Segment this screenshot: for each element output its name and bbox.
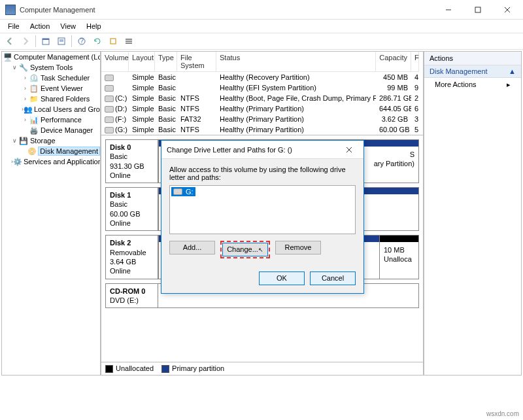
svg-text:?: ?: [80, 37, 84, 44]
col-free[interactable]: F: [411, 52, 419, 72]
tree-system-tools[interactable]: ∨🔧System Tools: [2, 62, 100, 73]
change-button-highlight: Change...↖: [220, 241, 270, 258]
remove-button[interactable]: Remove: [275, 241, 321, 254]
change-drive-letter-dialog: Change Drive Letter and Paths for G: () …: [161, 140, 364, 294]
watermark: wsxdn.com: [486, 410, 519, 417]
svg-rect-11: [110, 39, 116, 44]
volume-row[interactable]: (F:)SimpleBasicFAT32Healthy (Primary Par…: [101, 114, 423, 124]
tree-storage[interactable]: ∨💾Storage: [2, 135, 100, 146]
menubar: File Action View Help: [0, 20, 523, 33]
volume-row[interactable]: (G:)SimpleBasicNTFSHealthy (Primary Part…: [101, 124, 423, 135]
navigation-tree[interactable]: 🖥️Computer Management (Local ∨🔧System To…: [1, 51, 101, 376]
cdrom-0-label: CD-ROM 0 DVD (E:): [106, 284, 158, 308]
chevron-right-icon: ▸: [507, 80, 511, 89]
drive-letter-list[interactable]: G:: [169, 185, 356, 234]
close-button[interactable]: [492, 1, 522, 19]
legend: Unallocated Primary partition: [101, 362, 423, 375]
volume-row[interactable]: SimpleBasicHealthy (Recovery Partition)4…: [101, 72, 423, 82]
volume-table-header: Volume Layout Type File System Status Ca…: [101, 52, 423, 72]
add-button[interactable]: Add...: [169, 241, 215, 254]
up-button[interactable]: [39, 34, 53, 48]
legend-primary-swatch: [161, 365, 169, 373]
forward-button[interactable]: [18, 34, 33, 48]
col-filesystem[interactable]: File System: [177, 52, 216, 72]
svg-rect-12: [126, 39, 132, 40]
col-capacity[interactable]: Capacity: [376, 52, 411, 72]
minimize-button[interactable]: [433, 1, 463, 19]
cursor-icon: ↖: [258, 247, 263, 253]
maximize-button[interactable]: [463, 1, 492, 19]
actions-pane: Actions Disk Management ▲ More Actions▸: [424, 51, 522, 376]
disk-icon: [173, 188, 182, 195]
cancel-button[interactable]: Cancel: [310, 271, 356, 285]
ok-button[interactable]: OK: [259, 271, 305, 285]
col-status[interactable]: Status: [216, 52, 376, 72]
svg-rect-14: [126, 43, 132, 44]
more-actions[interactable]: More Actions▸: [424, 78, 521, 92]
window-titlebar: Computer Management: [0, 0, 523, 20]
tree-services[interactable]: ›⚙️Services and Applications: [2, 156, 100, 167]
menu-action[interactable]: Action: [25, 21, 56, 31]
app-icon: [5, 5, 16, 15]
volume-row[interactable]: SimpleBasicHealthy (EFI System Partition…: [101, 82, 423, 93]
disk-0-label: Disk 0 Basic 931.30 GB Online: [106, 140, 158, 183]
volume-table[interactable]: Volume Layout Type File System Status Ca…: [101, 52, 423, 135]
settings-button[interactable]: [106, 34, 120, 48]
help-button[interactable]: ?: [75, 34, 89, 48]
col-type[interactable]: Type: [155, 52, 177, 72]
properties-button[interactable]: [54, 34, 69, 48]
col-layout[interactable]: Layout: [129, 52, 155, 72]
refresh-button[interactable]: [90, 34, 105, 48]
toolbar: ?: [0, 33, 523, 50]
svg-rect-5: [42, 39, 49, 40]
tree-shared-folders[interactable]: ›📁Shared Folders: [2, 94, 100, 104]
tree-event-viewer[interactable]: ›📋Event Viewer: [2, 83, 100, 94]
menu-file[interactable]: File: [3, 21, 25, 31]
tree-root[interactable]: 🖥️Computer Management (Local: [2, 52, 100, 62]
actions-header: Actions: [424, 52, 521, 65]
dialog-message: Allow access to this volume by using the…: [169, 166, 356, 181]
tree-performance[interactable]: ›📊Performance: [2, 114, 100, 125]
legend-unallocated-swatch: [105, 365, 113, 373]
menu-help[interactable]: Help: [81, 21, 107, 31]
drive-letter-entry[interactable]: G:: [171, 187, 195, 196]
disk-2-unallocated[interactable]: 10 MBUnalloca: [379, 236, 418, 278]
col-volume[interactable]: Volume: [101, 52, 129, 72]
collapse-icon: ▲: [509, 67, 516, 75]
tree-disk-management[interactable]: 📀Disk Management: [2, 146, 100, 156]
menu-view[interactable]: View: [55, 21, 81, 31]
tree-device-manager[interactable]: 🖨️Device Manager: [2, 125, 100, 135]
list-button[interactable]: [122, 34, 136, 48]
svg-rect-1: [475, 7, 481, 12]
dialog-title: Change Drive Letter and Paths for G: (): [167, 146, 340, 154]
change-button[interactable]: Change...↖: [222, 243, 268, 256]
volume-row[interactable]: (D:)SimpleBasicNTFSHealthy (Primary Part…: [101, 103, 423, 114]
dialog-close-button[interactable]: [340, 143, 358, 156]
window-title: Computer Management: [20, 6, 433, 14]
volume-row[interactable]: (C:)SimpleBasicNTFSHealthy (Boot, Page F…: [101, 93, 423, 103]
back-button[interactable]: [3, 34, 17, 48]
disk-1-label: Disk 1 Basic 60.00 GB Online: [106, 188, 158, 230]
disk-2-label: Disk 2 Removable 3.64 GB Online: [106, 236, 158, 278]
tree-task-scheduler[interactable]: ›⏲️Task Scheduler: [2, 73, 100, 83]
svg-rect-13: [126, 41, 132, 42]
tree-local-users[interactable]: ›👥Local Users and Groups: [2, 104, 100, 114]
actions-section[interactable]: Disk Management ▲: [424, 65, 521, 78]
